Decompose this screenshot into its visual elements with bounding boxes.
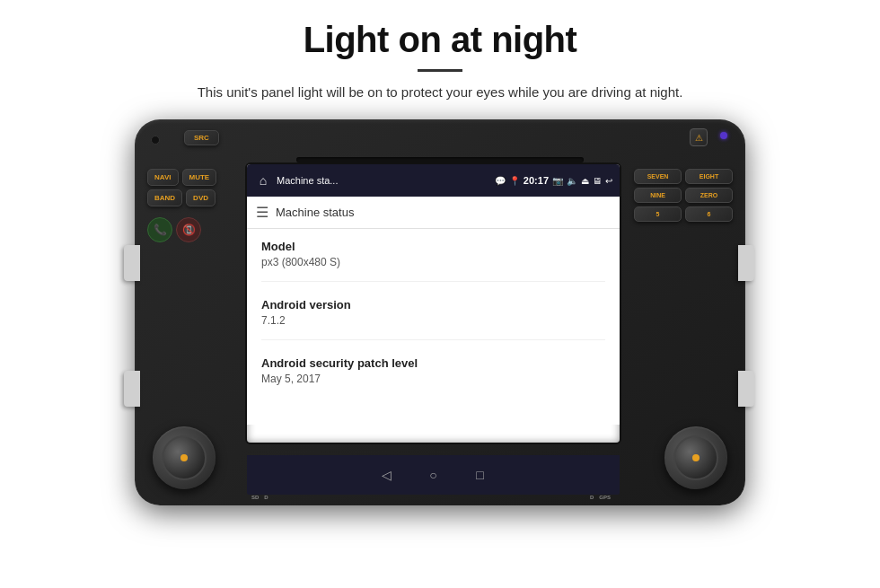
- right-tab-1: [738, 245, 754, 281]
- menu-icon[interactable]: ☰: [256, 204, 268, 221]
- message-icon: 💬: [495, 176, 506, 186]
- navi-button[interactable]: NAVI: [147, 169, 179, 186]
- call-buttons-row: 📞 📵: [147, 217, 237, 242]
- android-version-value: 7.1.2: [261, 314, 605, 327]
- screen-area: ⌂ Machine sta... 💬 📍 20:17 📷 🔈 ⏏ 🖥 ↩: [247, 164, 620, 443]
- left-tab-2: [124, 371, 140, 407]
- right-knob-inner: [673, 435, 718, 480]
- left-knob-dot: [180, 454, 188, 461]
- security-patch-value: May 5, 2017: [261, 373, 605, 385]
- left-tab-1: [124, 245, 140, 281]
- call-accept-icon: 📞: [154, 224, 167, 236]
- statusbar-icons: 💬 📍 20:17 📷 🔈 ⏏ 🖥 ↩: [495, 175, 612, 186]
- head-unit: SRC ⚠ NAVI MUTE BAND: [135, 119, 745, 505]
- d-right-label: D: [590, 495, 594, 500]
- src-button[interactable]: SRC: [184, 130, 219, 145]
- sd-label: SD: [251, 495, 259, 500]
- warning-indicator: ⚠: [690, 128, 708, 146]
- app-header-title: Machine status: [276, 206, 354, 219]
- model-value: px3 (800x480 S): [261, 256, 605, 268]
- left-volume-knob[interactable]: [153, 426, 216, 489]
- right-buttons-panel: SEVEN EIGHT NINE ZERO 5 6: [634, 169, 733, 222]
- warning-icon: ⚠: [690, 128, 708, 146]
- left-buttons-panel: NAVI MUTE BAND DVD 📞 📵: [147, 169, 237, 242]
- eject-icon: ⏏: [581, 176, 589, 186]
- call-end-icon: 📵: [182, 224, 196, 236]
- cd-slot: [296, 157, 584, 162]
- nav-home-button[interactable]: ○: [421, 462, 446, 487]
- left-knob-inner: [162, 435, 207, 480]
- band-button[interactable]: BAND: [147, 189, 182, 206]
- right-tab-2: [738, 371, 754, 407]
- nav-recent-button[interactable]: □: [468, 462, 493, 487]
- security-patch-section: Android security patch level May 5, 2017: [261, 356, 605, 398]
- six-button[interactable]: 6: [685, 206, 733, 222]
- nav-back-button[interactable]: ◁: [374, 462, 400, 487]
- d-label: D: [264, 495, 268, 500]
- page-subtitle: This unit's panel light will be on to pr…: [198, 84, 683, 100]
- call-buttons: 📞 📵: [147, 217, 237, 242]
- call-accept-button[interactable]: 📞: [147, 217, 172, 242]
- right-knob-dot: [692, 454, 700, 461]
- indicator-light: [720, 132, 727, 139]
- mute-button[interactable]: MUTE: [182, 169, 217, 186]
- model-section: Model px3 (800x480 S): [261, 240, 605, 282]
- seven-button[interactable]: SEVEN: [634, 169, 682, 184]
- dvd-button[interactable]: DVD: [186, 189, 216, 206]
- title-divider: [418, 69, 462, 72]
- volume-icon: 🔈: [567, 176, 577, 186]
- head-unit-wrapper: SRC ⚠ NAVI MUTE BAND: [135, 119, 745, 505]
- security-patch-label: Android security patch level: [261, 356, 605, 370]
- src-button-area: SRC: [184, 130, 219, 145]
- bottom-right-slots: D GPS: [590, 495, 611, 500]
- back-icon[interactable]: ↩: [605, 176, 612, 186]
- camera-dot: [151, 136, 160, 145]
- statusbar-title: Machine sta...: [277, 175, 490, 186]
- android-version-label: Android version: [261, 298, 605, 312]
- navi-mute-row: NAVI MUTE: [147, 169, 237, 186]
- band-dvd-row: BAND DVD: [147, 189, 237, 206]
- model-label: Model: [261, 240, 605, 253]
- android-statusbar: ⌂ Machine sta... 💬 📍 20:17 📷 🔈 ⏏ 🖥 ↩: [247, 164, 620, 197]
- nine-button[interactable]: NINE: [634, 188, 682, 203]
- bottom-left-slots: SD D: [251, 495, 268, 500]
- right-tuner-knob[interactable]: [664, 426, 727, 489]
- number-grid: SEVEN EIGHT NINE ZERO 5 6: [634, 169, 733, 222]
- android-app-header: ☰ Machine status: [247, 197, 620, 229]
- android-body: Model px3 (800x480 S) Android version 7.…: [247, 229, 620, 425]
- statusbar-time: 20:17: [524, 175, 549, 186]
- eight-button[interactable]: EIGHT: [685, 169, 733, 184]
- gps-label: GPS: [599, 495, 611, 500]
- android-navbar: ◁ ○ □: [247, 455, 620, 495]
- zero-button[interactable]: ZERO: [685, 188, 733, 203]
- home-icon[interactable]: ⌂: [254, 171, 272, 189]
- five-button[interactable]: 5: [634, 206, 682, 222]
- right-tabs: [738, 200, 756, 452]
- location-icon: 📍: [509, 176, 520, 186]
- page-title: Light on at night: [304, 20, 577, 60]
- camera-icon: 📷: [552, 176, 563, 186]
- left-tabs: [124, 200, 142, 452]
- android-version-section: Android version 7.1.2: [261, 298, 605, 340]
- page-container: Light on at night This unit's panel ligh…: [0, 0, 880, 588]
- call-end-button[interactable]: 📵: [176, 217, 201, 242]
- screen-icon: 🖥: [593, 176, 602, 186]
